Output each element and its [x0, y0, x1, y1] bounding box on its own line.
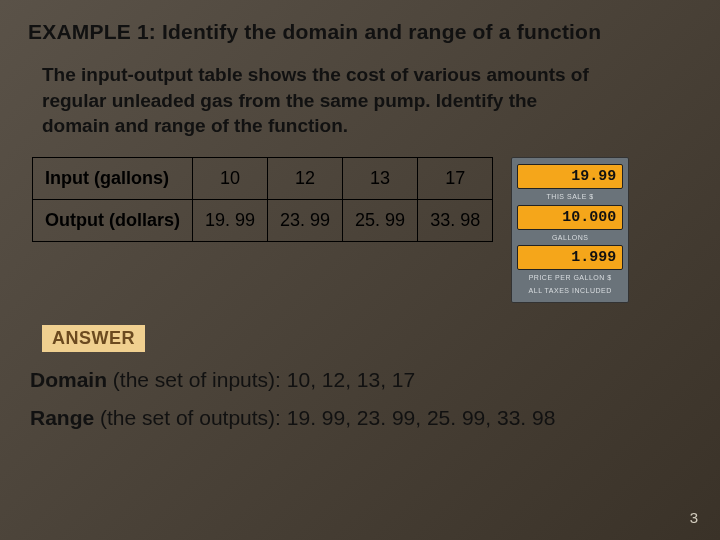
pump-gallons-value: 10.000 [517, 205, 623, 230]
output-cell: 33. 98 [418, 199, 493, 241]
table-row: Output (dollars) 19. 99 23. 99 25. 99 33… [33, 199, 493, 241]
pump-sale-value: 19.99 [517, 164, 623, 189]
pump-price-label: PRICE PER GALLON $ [517, 273, 623, 283]
range-line: Range (the set of outputs): 19. 99, 23. … [30, 406, 692, 430]
input-cell: 12 [268, 157, 343, 199]
domain-term: Domain [30, 368, 107, 391]
pump-gallons-label: GALLONS [517, 233, 623, 243]
input-cell: 17 [418, 157, 493, 199]
io-table: Input (gallons) 10 12 13 17 Output (doll… [32, 157, 493, 242]
output-cell: 19. 99 [192, 199, 267, 241]
slide: EXAMPLE 1: Identify the domain and range… [0, 0, 720, 540]
input-cell: 10 [192, 157, 267, 199]
range-values: 19. 99, 23. 99, 25. 99, 33. 98 [287, 406, 556, 429]
range-note: (the set of outputs): [94, 406, 287, 429]
input-label: Input (gallons) [33, 157, 193, 199]
gas-pump-graphic: 19.99 THIS SALE $ 10.000 GALLONS 1.999 P… [511, 157, 629, 303]
slide-title: EXAMPLE 1: Identify the domain and range… [28, 20, 692, 44]
domain-line: Domain (the set of inputs): 10, 12, 13, … [30, 368, 692, 392]
output-label: Output (dollars) [33, 199, 193, 241]
answer-badge: ANSWER [42, 325, 145, 352]
domain-note: (the set of inputs): [107, 368, 287, 391]
output-cell: 23. 99 [268, 199, 343, 241]
content-row: Input (gallons) 10 12 13 17 Output (doll… [32, 157, 692, 303]
output-cell: 25. 99 [343, 199, 418, 241]
table-row: Input (gallons) 10 12 13 17 [33, 157, 493, 199]
input-cell: 13 [343, 157, 418, 199]
pump-price-value: 1.999 [517, 245, 623, 270]
domain-values: 10, 12, 13, 17 [287, 368, 415, 391]
page-number: 3 [690, 509, 698, 526]
pump-tax-label: ALL TAXES INCLUDED [517, 286, 623, 296]
pump-sale-label: THIS SALE $ [517, 192, 623, 202]
prompt-text: The input-output table shows the cost of… [42, 62, 602, 139]
range-term: Range [30, 406, 94, 429]
